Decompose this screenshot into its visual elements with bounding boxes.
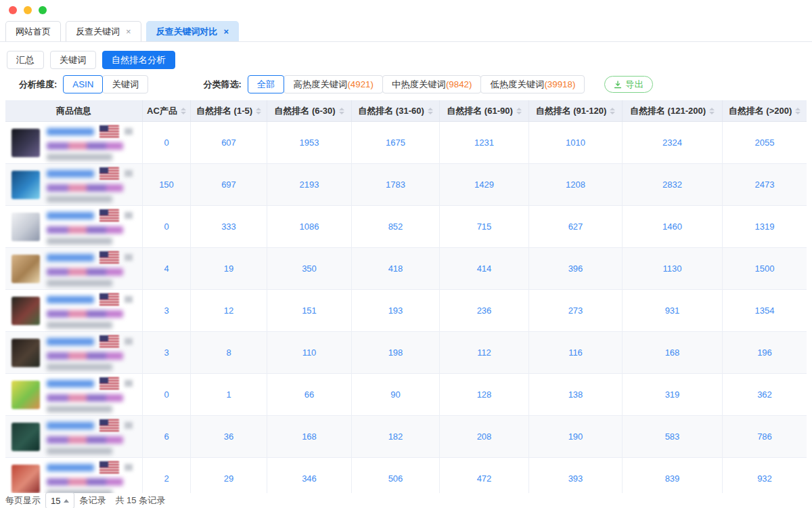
rank-count-link[interactable]: 1783 xyxy=(386,179,405,190)
rank-count-link[interactable]: 319 xyxy=(665,389,680,400)
rank-count-link[interactable]: 138 xyxy=(568,389,583,400)
product-image[interactable] xyxy=(12,465,40,493)
ac-count-link[interactable]: 4 xyxy=(164,263,168,274)
rank-count-link[interactable]: 12 xyxy=(224,305,233,316)
product-image[interactable] xyxy=(12,423,40,451)
tab-close-icon[interactable]: × xyxy=(224,27,229,36)
blurred-asin-link[interactable] xyxy=(47,170,94,177)
rank-count-link[interactable]: 151 xyxy=(302,305,317,316)
blurred-asin-link[interactable] xyxy=(47,422,94,429)
rank-count-link[interactable]: 1086 xyxy=(300,221,319,232)
ac-count-link[interactable]: 3 xyxy=(164,305,168,316)
rank-count-link[interactable]: 2324 xyxy=(662,137,682,148)
ac-count-link[interactable]: 2 xyxy=(164,473,168,484)
rank-count-link[interactable]: 1429 xyxy=(474,179,494,190)
rank-count-link[interactable]: 90 xyxy=(390,389,400,400)
sort-icon[interactable] xyxy=(516,108,522,114)
rank-count-link[interactable]: 193 xyxy=(388,305,403,316)
product-image[interactable] xyxy=(12,339,40,367)
rank-count-link[interactable]: 2832 xyxy=(662,179,682,190)
rank-count-link[interactable]: 1460 xyxy=(662,221,682,232)
blurred-asin-link[interactable] xyxy=(47,254,94,261)
blurred-asin-link[interactable] xyxy=(47,380,94,387)
sort-icon[interactable] xyxy=(428,108,433,114)
column-header-4[interactable]: 自然排名 (6-30) xyxy=(267,100,352,121)
tab-3[interactable]: 反查关键词对比× xyxy=(146,21,240,41)
rank-count-link[interactable]: 29 xyxy=(224,473,233,484)
rank-count-link[interactable]: 607 xyxy=(221,137,236,148)
product-image[interactable] xyxy=(12,255,40,283)
sort-icon[interactable] xyxy=(795,108,800,114)
rank-count-link[interactable]: 1319 xyxy=(755,221,775,232)
minimize-button[interactable] xyxy=(24,6,32,14)
rank-count-link[interactable]: 1010 xyxy=(566,137,585,148)
dimension-option-2[interactable]: 关键词 xyxy=(102,75,148,93)
rank-count-link[interactable]: 362 xyxy=(757,389,772,400)
rank-count-link[interactable]: 583 xyxy=(665,431,680,442)
rank-count-link[interactable]: 112 xyxy=(477,347,491,358)
blurred-asin-link[interactable] xyxy=(47,212,94,219)
product-image[interactable] xyxy=(12,297,40,325)
rank-count-link[interactable]: 333 xyxy=(221,221,236,232)
view-tab-1[interactable]: 汇总 xyxy=(7,51,44,69)
column-header-3[interactable]: 自然排名 (1-5) xyxy=(191,100,267,121)
rank-count-link[interactable]: 715 xyxy=(477,221,492,232)
rank-count-link[interactable]: 19 xyxy=(224,263,233,274)
rank-count-link[interactable]: 66 xyxy=(304,389,314,400)
rank-count-link[interactable]: 116 xyxy=(568,347,583,358)
tab-1[interactable]: 网站首页 xyxy=(5,21,61,41)
rank-count-link[interactable]: 932 xyxy=(757,473,772,484)
blurred-asin-link[interactable] xyxy=(47,338,94,345)
blurred-asin-link[interactable] xyxy=(47,296,94,303)
product-image[interactable] xyxy=(12,381,40,409)
rank-count-link[interactable]: 1354 xyxy=(755,305,775,316)
rank-count-link[interactable]: 198 xyxy=(388,347,403,358)
sort-icon[interactable] xyxy=(256,108,261,114)
column-header-6[interactable]: 自然排名 (61-90) xyxy=(440,100,529,121)
sort-icon[interactable] xyxy=(610,108,615,114)
rank-count-link[interactable]: 168 xyxy=(302,431,317,442)
category-option-2[interactable]: 高热度关键词(4921) xyxy=(284,75,383,93)
product-image[interactable] xyxy=(12,213,40,241)
rank-count-link[interactable]: 2473 xyxy=(755,179,775,190)
rank-count-link[interactable]: 2193 xyxy=(300,179,319,190)
category-option-3[interactable]: 中热度关键词(9842) xyxy=(382,75,482,93)
rank-count-link[interactable]: 196 xyxy=(757,347,772,358)
rank-count-link[interactable]: 1 xyxy=(226,389,231,400)
rank-count-link[interactable]: 1500 xyxy=(755,263,775,274)
blurred-asin-link[interactable] xyxy=(47,128,94,135)
ac-count-link[interactable]: 150 xyxy=(159,179,174,190)
rank-count-link[interactable]: 182 xyxy=(388,431,403,442)
rank-count-link[interactable]: 414 xyxy=(477,263,492,274)
rank-count-link[interactable]: 393 xyxy=(568,473,583,484)
rank-count-link[interactable]: 350 xyxy=(302,263,317,274)
sort-icon[interactable] xyxy=(181,108,186,114)
product-image[interactable] xyxy=(12,171,40,199)
ac-count-link[interactable]: 3 xyxy=(164,347,168,358)
column-header-8[interactable]: 自然排名 (121-200) xyxy=(623,100,723,121)
rank-count-link[interactable]: 852 xyxy=(388,221,403,232)
blurred-asin-link[interactable] xyxy=(47,464,94,471)
rank-count-link[interactable]: 1130 xyxy=(663,263,682,274)
rank-count-link[interactable]: 128 xyxy=(477,389,492,400)
view-tab-3[interactable]: 自然排名分析 xyxy=(102,51,175,69)
category-option-1[interactable]: 全部 xyxy=(248,75,285,93)
rank-count-link[interactable]: 839 xyxy=(665,473,680,484)
column-header-2[interactable]: AC产品 xyxy=(143,100,191,121)
ac-count-link[interactable]: 0 xyxy=(164,137,168,148)
category-option-4[interactable]: 低热度关键词(39918) xyxy=(480,75,585,93)
tab-2[interactable]: 反查关键词× xyxy=(66,21,141,41)
column-header-9[interactable]: 自然排名 (>200) xyxy=(723,100,807,121)
product-image[interactable] xyxy=(12,129,40,157)
rank-count-link[interactable]: 396 xyxy=(568,263,583,274)
rank-count-link[interactable]: 697 xyxy=(221,179,236,190)
rank-count-link[interactable]: 931 xyxy=(665,305,680,316)
rank-count-link[interactable]: 208 xyxy=(477,431,492,442)
close-button[interactable] xyxy=(9,6,17,14)
rank-count-link[interactable]: 8 xyxy=(226,347,231,358)
ac-count-link[interactable]: 0 xyxy=(164,389,168,400)
zoom-button[interactable] xyxy=(39,6,47,14)
rank-count-link[interactable]: 1208 xyxy=(566,179,585,190)
rank-count-link[interactable]: 236 xyxy=(477,305,492,316)
ac-count-link[interactable]: 6 xyxy=(164,431,168,442)
